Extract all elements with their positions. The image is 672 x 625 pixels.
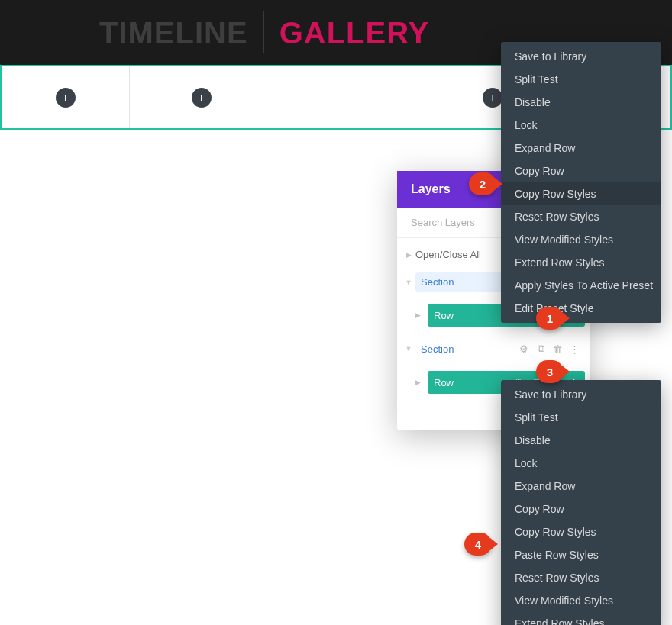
context-menu-item[interactable]: Disable [501, 91, 661, 114]
context-menu-item[interactable]: Lock [501, 452, 661, 475]
context-menu-item[interactable]: Lock [501, 114, 661, 137]
add-module-button[interactable]: + [56, 88, 76, 108]
context-menu-item[interactable]: Expand Row [501, 475, 661, 498]
callout-2: 2 [469, 172, 496, 195]
section-label: Section [421, 343, 454, 355]
add-module-button[interactable]: + [483, 88, 502, 108]
row-label: Row [434, 310, 454, 321]
duplicate-icon[interactable]: ⧉ [535, 343, 546, 355]
context-menu-top: Save to LibrarySplit TestDisableLockExpa… [501, 42, 661, 323]
context-menu-item[interactable]: Copy Row [501, 159, 661, 182]
context-menu-bottom: Save to LibrarySplit TestDisableLockExpa… [501, 380, 661, 625]
callout-4: 4 [464, 533, 492, 556]
section-label: Section [421, 276, 454, 288]
context-menu-item[interactable]: Save to Library [501, 45, 661, 68]
caret-right-icon: ▶ [412, 379, 423, 386]
context-menu-item[interactable]: Reset Row Styles [501, 566, 661, 589]
section-item[interactable]: ▼ Section ⚙ ⧉ 🗑 ⋮ [397, 333, 590, 365]
callout-1: 1 [536, 307, 564, 330]
caret-down-icon: ▼ [403, 345, 414, 353]
context-menu-item[interactable]: Copy Row Styles [501, 182, 661, 205]
context-menu-item[interactable]: Split Test [501, 406, 661, 429]
context-menu-item[interactable]: Split Test [501, 68, 661, 91]
section-row[interactable]: Section ⚙ ⧉ 🗑 ⋮ [415, 339, 585, 359]
caret-right-icon: ▶ [403, 251, 414, 259]
context-menu-item[interactable]: Paste Row Styles [501, 543, 661, 566]
context-menu-item[interactable]: Extend Row Styles [501, 612, 661, 625]
add-module-button[interactable]: + [192, 88, 212, 108]
context-menu-item[interactable]: Edit Preset Style [501, 297, 661, 320]
tab-timeline[interactable]: TIMELINE [84, 10, 263, 56]
tab-gallery[interactable]: GALLERY [264, 10, 445, 56]
more-icon[interactable]: ⋮ [569, 343, 580, 355]
callout-3: 3 [536, 360, 564, 383]
trash-icon[interactable]: 🗑 [552, 343, 563, 355]
context-menu-item[interactable]: View Modified Styles [501, 589, 661, 612]
context-menu-item[interactable]: Save to Library [501, 383, 661, 406]
caret-down-icon: ▼ [403, 279, 414, 286]
context-menu-item[interactable]: Disable [501, 429, 661, 452]
context-menu-item[interactable]: View Modified Styles [501, 228, 661, 251]
context-menu-item[interactable]: Reset Row Styles [501, 205, 661, 228]
context-menu-item[interactable]: Extend Row Styles [501, 251, 661, 274]
openclose-label: Open/Close All [415, 249, 481, 260]
context-menu-item[interactable]: Apply Styles To Active Preset [501, 274, 661, 297]
caret-right-icon: ▶ [412, 311, 423, 319]
context-menu-item[interactable]: Copy Row Styles [501, 520, 661, 543]
section-action-icons: ⚙ ⧉ 🗑 ⋮ [519, 343, 580, 355]
column-1: + [2, 66, 130, 128]
column-2: + [130, 66, 273, 128]
gear-icon[interactable]: ⚙ [519, 343, 529, 355]
row-label: Row [434, 377, 454, 388]
context-menu-item[interactable]: Copy Row [501, 498, 661, 520]
context-menu-item[interactable]: Expand Row [501, 137, 661, 159]
